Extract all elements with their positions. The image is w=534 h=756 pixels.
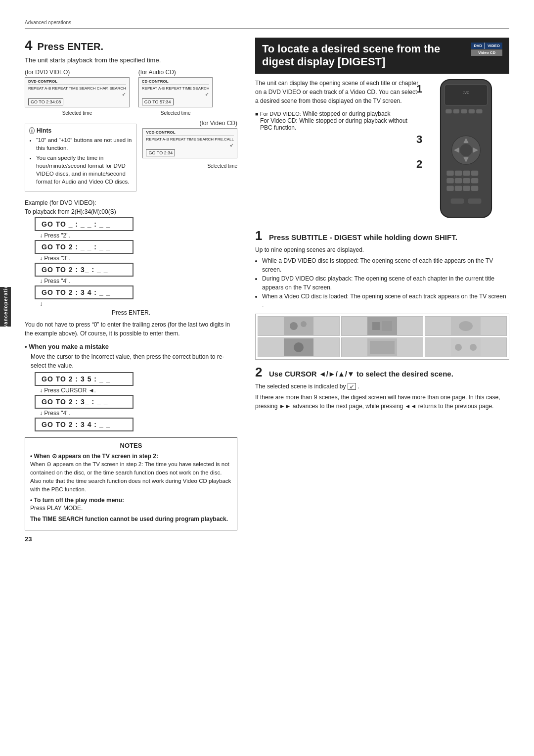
svg-rect-21: [446, 186, 453, 190]
for-labels: ■ For DVD VIDEO: While stopped or during…: [255, 110, 420, 131]
digest-img-4: [341, 337, 423, 357]
mistake-arrow-1: ↓ Press "4".: [40, 410, 70, 417]
svg-rect-33: [382, 321, 392, 331]
hint-1: “10” and “+10” buttons are not used in t…: [36, 136, 132, 152]
press-enter-label: Press ENTER.: [25, 309, 237, 316]
note-3-text: The TIME SEARCH function cannot be used …: [30, 516, 228, 522]
goto-line-0: GO TO _ : _ _ : _ _: [35, 217, 134, 231]
dvd-cursor: ↙: [28, 92, 126, 96]
step2-num: 2: [255, 365, 265, 380]
for-vcd-row: For Video CD: While stopped or during pl…: [260, 117, 420, 131]
step4-header: 4 Press ENTER.: [25, 38, 237, 53]
svg-rect-18: [455, 178, 462, 183]
diagrams-row-top: (for DVD VIDEO) DVD-CONTROL REPEAT A-B R…: [25, 69, 237, 116]
svg-rect-1: [445, 85, 488, 105]
digest-images-grid: [255, 314, 509, 360]
svg-rect-26: [468, 198, 482, 203]
step1-bullet-1: During DVD VIDEO disc playback: The open…: [262, 274, 509, 292]
step1-bullets: While a DVD VIDEO disc is stopped: The o…: [255, 256, 509, 310]
goto-line-1: GO TO 2 : _ _ : _ _: [35, 240, 134, 254]
body-text-1: You do not have to press “0” to enter th…: [25, 320, 237, 338]
vcd-ctrl-title: VCD-CONTROL: [146, 130, 234, 136]
vcd-label: (for Video CD): [200, 120, 237, 127]
mistake-line-1: GO TO 2 : 3_ : _ _: [35, 395, 134, 409]
note-2-label: • To turn off the play mode menu:: [30, 497, 124, 504]
for-dvd-desc: While stopped or during playback: [303, 110, 390, 117]
step1-num: 1: [255, 228, 265, 243]
for-dvd-row: ■ For DVD VIDEO: While stopped or during…: [255, 110, 420, 117]
remote-wrapper: 1 3 2: [425, 79, 509, 223]
badge-dvd: DVD: [471, 43, 485, 49]
right-header: To locate a desired scene from the diges…: [255, 38, 509, 74]
remote-badge-3: 3: [416, 133, 422, 146]
right-intro: The unit can display the opening scene o…: [255, 79, 420, 105]
example-desc: To playback from 2(H):34(M):00(S): [25, 208, 237, 215]
svg-point-37: [294, 342, 304, 352]
goto-arrow-2: ↓ Press "4".: [40, 278, 70, 284]
when-mistake-section: • When you make a mistake Move the curso…: [25, 343, 237, 431]
svg-rect-3: [453, 109, 459, 113]
right-header-inner: To locate a desired scene from the diges…: [262, 43, 502, 69]
svg-rect-13: [446, 170, 453, 175]
dvd-ctrl-title: DVD-CONTROL: [28, 79, 126, 85]
notes-title: NOTES: [30, 442, 232, 449]
remote-svg: JVC: [425, 79, 507, 222]
cd-selected-time: Selected time: [138, 110, 213, 116]
svg-rect-39: [370, 341, 395, 354]
vcd-opts: REPEAT A-B REPEAT TIME SEARCH PRE.CALL: [146, 137, 234, 142]
cd-ctrl-options: REPEAT A-B REPEAT TIME SEARCH: [142, 86, 210, 91]
bullet-dot: •: [25, 343, 27, 350]
step4-desc: The unit starts playback from the specif…: [25, 56, 237, 64]
svg-rect-23: [463, 186, 470, 190]
vcd-goto: GO TO 2:34: [146, 149, 175, 156]
for-dvd-label: ■ For DVD VIDEO:: [255, 111, 301, 117]
sidebar-label2: operations: [3, 278, 8, 308]
hints-title: i Hints: [29, 127, 132, 134]
hints-list: “10” and “+10” buttons are not used in t…: [29, 136, 132, 186]
mistake-line-0: GO TO 2 : 3 5 : _ _: [35, 372, 134, 386]
cd-opts: REPEAT A-B REPEAT TIME SEARCH: [142, 86, 210, 91]
svg-rect-5: [469, 109, 475, 113]
badge-video: VIDEO: [485, 43, 502, 49]
goto-arrow-0: ↓ Press "2".: [40, 232, 70, 239]
svg-rect-20: [471, 178, 478, 183]
step2-header: 2 Use CURSOR ◄/►/▲/▼ to select the desir…: [255, 365, 509, 380]
badge-cd: Video CD: [471, 49, 502, 56]
dvd-diagram-wrapper: (for DVD VIDEO) DVD-CONTROL REPEAT A-B R…: [25, 69, 130, 116]
cd-ctrl-title: CD-CONTROL: [142, 79, 210, 85]
scene-0-svg: [284, 317, 313, 335]
sidebar-tab: Advanced operations: [0, 287, 11, 327]
svg-point-42: [470, 344, 477, 351]
cd-goto: GO TO 57:34: [142, 98, 174, 105]
hints-vcd-row: i Hints “10” and “+10” buttons are not u…: [25, 120, 237, 195]
svg-rect-16: [471, 170, 478, 175]
dvd-ctrl-options: REPEAT A-B REPEAT TIME SEARCH CHAP. SEAR…: [28, 86, 126, 91]
note-3: The TIME SEARCH function cannot be used …: [30, 515, 232, 523]
digest-img-3: [258, 337, 340, 357]
step1-title: Press SUBTITLE - DIGEST while holding do…: [269, 233, 457, 241]
dvd-opts: REPEAT A-B REPEAT TIME SEARCH CHAP. SEAR…: [28, 86, 126, 91]
section-label: Advanced operations: [25, 20, 509, 25]
vcd-diagram-wrapper: (for Video CD) VCD-CONTROL REPEAT A-B RE…: [142, 120, 237, 169]
step2-title: Use CURSOR ◄/►/▲/▼ to select the desired…: [269, 370, 453, 378]
step1-bullet-2: When a Video CD disc is loaded: The open…: [262, 292, 509, 310]
cd-cursor: ↙: [142, 92, 210, 96]
hints-icon: i: [29, 127, 35, 134]
scene-5-svg: [451, 338, 481, 356]
dvd-selected-time: Selected time: [25, 110, 130, 116]
example-title: Example (for DVD VIDEO):: [25, 199, 237, 206]
scene-2-svg: [451, 317, 481, 335]
top-divider: [25, 28, 509, 29]
step2-desc1: The selected scene is indicated by: [255, 383, 346, 390]
note-1-when: • When ⊙ appears on the TV screen in ste…: [30, 453, 158, 460]
when-mistake-desc: Move the cursor to the incorrect value, …: [31, 352, 237, 370]
cd-ctrl-box: CD-CONTROL REPEAT A-B REPEAT TIME SEARCH…: [138, 77, 213, 107]
when-mistake-title: • When you make a mistake: [25, 343, 237, 350]
notes-box: NOTES • When ⊙ appears on the TV screen …: [25, 437, 237, 530]
dvd-goto: GO TO 2:34:08: [28, 98, 63, 105]
badge-row1: DVD VIDEO: [471, 43, 502, 49]
goto-sequence: GO TO _ : _ _ : _ _ ↓ Press "2". GO TO 2…: [35, 217, 237, 307]
cursor-symbol: ↙: [348, 383, 356, 390]
step2-note1: If there are more than 9 scenes, the dig…: [255, 393, 509, 411]
hints-box: i Hints “10” and “+10” buttons are not u…: [25, 124, 136, 191]
